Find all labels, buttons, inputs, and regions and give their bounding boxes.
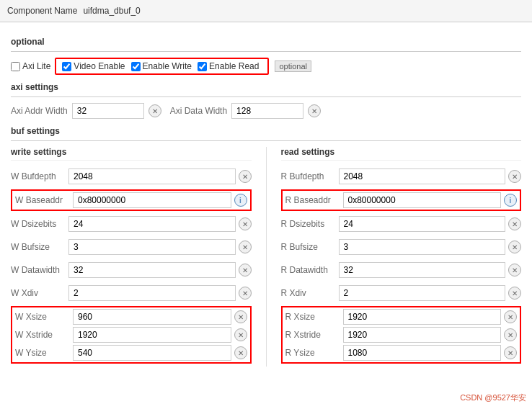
- axi-settings-title: axi settings: [11, 82, 521, 92]
- w-xstride-label: W Xstride: [15, 330, 73, 340]
- axi-data-width-clear-btn[interactable]: ✕: [308, 104, 321, 117]
- r-baseaddr-row: R Baseaddr i: [281, 189, 522, 211]
- r-bufdepth-label: R Bufdepth: [281, 171, 339, 181]
- buf-settings-title: buf settings: [11, 126, 521, 136]
- enable-read-checkbox[interactable]: [198, 62, 207, 71]
- w-baseaddr-input[interactable]: [73, 192, 231, 208]
- r-bufsize-label: R Bufsize: [281, 242, 339, 252]
- w-xsize-actions: ✕: [234, 310, 247, 323]
- header-bar: Component Name uifdma_dbuf_0: [0, 0, 532, 22]
- w-baseaddr-actions: i: [234, 194, 247, 207]
- w-xdiv-row: W Xdiv ✕: [11, 283, 252, 303]
- r-ysize-label: R Ysize: [285, 348, 343, 358]
- w-xstride-clear-btn[interactable]: ✕: [234, 328, 247, 341]
- r-bufdepth-row: R Bufdepth ✕: [281, 166, 522, 186]
- w-datawidth-actions: ✕: [239, 264, 252, 277]
- r-dsizebits-label: R Dsizebits: [281, 219, 339, 229]
- r-xdiv-row: R Xdiv ✕: [281, 283, 522, 303]
- r-xdiv-label: R Xdiv: [281, 288, 339, 298]
- axi-settings-row: Axi Addr Width ✕ Axi Data Width ✕: [11, 103, 521, 119]
- optional-section-title: optional: [11, 37, 521, 47]
- r-size-group: R Xsize ✕ R Xstride ✕ R Ys: [281, 306, 522, 364]
- r-bufsize-actions: ✕: [508, 241, 521, 253]
- w-bufdepth-clear-btn[interactable]: ✕: [239, 170, 252, 183]
- w-datawidth-input[interactable]: [68, 262, 236, 278]
- w-datawidth-label: W Datawidth: [11, 265, 68, 275]
- r-xsize-actions: ✕: [504, 310, 517, 323]
- w-xsize-row: W Xsize ✕: [15, 309, 247, 325]
- read-col: read settings R Bufdepth ✕ R Baseaddr i: [266, 147, 522, 367]
- r-baseaddr-actions: i: [504, 194, 517, 207]
- r-xstride-input[interactable]: [343, 327, 502, 343]
- w-ysize-actions: ✕: [234, 346, 247, 359]
- main-content: optional Axi Lite Video Enable Enable Wr…: [0, 22, 532, 374]
- axi-addr-width-input[interactable]: [72, 103, 144, 119]
- w-xsize-clear-btn[interactable]: ✕: [234, 310, 247, 323]
- w-bufsize-row: W Bufsize ✕: [11, 237, 252, 257]
- r-xdiv-clear-btn[interactable]: ✕: [508, 287, 521, 300]
- r-xdiv-input[interactable]: [339, 285, 506, 301]
- r-datawidth-clear-btn[interactable]: ✕: [508, 264, 521, 277]
- w-dsizebits-clear-btn[interactable]: ✕: [239, 217, 252, 230]
- settings-columns: write settings W Bufdepth ✕ W Baseaddr i: [11, 147, 521, 367]
- r-dsizebits-clear-btn[interactable]: ✕: [508, 217, 521, 230]
- optional-row: Axi Lite Video Enable Enable Write Enabl…: [11, 58, 521, 75]
- w-ysize-row: W Ysize ✕: [15, 345, 247, 361]
- r-dsizebits-actions: ✕: [508, 217, 521, 230]
- w-size-group: W Xsize ✕ W Xstride ✕ W Ys: [11, 306, 252, 364]
- write-col: write settings W Bufdepth ✕ W Baseaddr i: [11, 147, 266, 367]
- optional-divider: [11, 51, 521, 52]
- video-enable-label[interactable]: Video Enable: [74, 61, 125, 71]
- r-datawidth-label: R Datawidth: [281, 265, 339, 275]
- r-bufsize-clear-btn[interactable]: ✕: [508, 241, 521, 253]
- w-ysize-clear-btn[interactable]: ✕: [234, 346, 247, 359]
- read-col-title: read settings: [281, 147, 522, 161]
- r-ysize-input[interactable]: [343, 345, 502, 361]
- w-bufdepth-row: W Bufdepth ✕: [11, 166, 252, 186]
- w-ysize-input[interactable]: [73, 345, 231, 361]
- w-datawidth-clear-btn[interactable]: ✕: [239, 264, 252, 277]
- w-bufdepth-input[interactable]: [68, 168, 236, 184]
- r-baseaddr-info-btn[interactable]: i: [504, 194, 517, 207]
- w-dsizebits-input[interactable]: [68, 216, 236, 232]
- r-xstride-actions: ✕: [504, 328, 517, 341]
- w-xsize-input[interactable]: [73, 309, 231, 325]
- r-baseaddr-input[interactable]: [343, 192, 502, 208]
- w-bufsize-clear-btn[interactable]: ✕: [239, 241, 252, 253]
- axi-lite-item: Axi Lite: [11, 61, 50, 71]
- r-baseaddr-label: R Baseaddr: [285, 195, 343, 205]
- r-datawidth-input[interactable]: [339, 262, 506, 278]
- watermark: CSDN @9527华安: [460, 392, 526, 403]
- r-bufdepth-input[interactable]: [339, 168, 506, 184]
- w-xdiv-label: W Xdiv: [11, 288, 68, 298]
- w-xdiv-clear-btn[interactable]: ✕: [239, 287, 252, 300]
- w-xsize-label: W Xsize: [15, 312, 73, 322]
- write-col-title: write settings: [11, 147, 252, 161]
- buf-settings-divider: [11, 140, 521, 141]
- r-xstride-clear-btn[interactable]: ✕: [504, 328, 517, 341]
- enable-read-label[interactable]: Enable Read: [209, 61, 259, 71]
- w-datawidth-row: W Datawidth ✕: [11, 260, 252, 280]
- r-bufdepth-clear-btn[interactable]: ✕: [508, 170, 521, 183]
- axi-data-width-label: Axi Data Width: [170, 106, 227, 116]
- w-xstride-input[interactable]: [73, 327, 231, 343]
- axi-data-width-input[interactable]: [231, 103, 303, 119]
- r-xsize-label: R Xsize: [285, 312, 343, 322]
- axi-lite-checkbox[interactable]: [11, 62, 20, 71]
- video-enable-checkbox[interactable]: [62, 62, 71, 71]
- enable-write-checkbox[interactable]: [131, 62, 141, 71]
- w-baseaddr-row: W Baseaddr i: [11, 189, 252, 211]
- enable-write-label[interactable]: Enable Write: [143, 61, 192, 71]
- w-baseaddr-info-btn[interactable]: i: [234, 194, 247, 207]
- r-xsize-clear-btn[interactable]: ✕: [504, 310, 517, 323]
- r-dsizebits-input[interactable]: [339, 216, 506, 232]
- w-xdiv-input[interactable]: [68, 285, 236, 301]
- axi-lite-label[interactable]: Axi Lite: [22, 61, 50, 71]
- axi-addr-width-clear-btn[interactable]: ✕: [148, 104, 161, 117]
- r-xsize-input[interactable]: [343, 309, 502, 325]
- w-bufsize-input[interactable]: [68, 239, 236, 255]
- r-xdiv-actions: ✕: [508, 287, 521, 300]
- r-ysize-clear-btn[interactable]: ✕: [504, 346, 517, 359]
- w-baseaddr-label: W Baseaddr: [15, 195, 73, 205]
- r-bufsize-input[interactable]: [339, 239, 506, 255]
